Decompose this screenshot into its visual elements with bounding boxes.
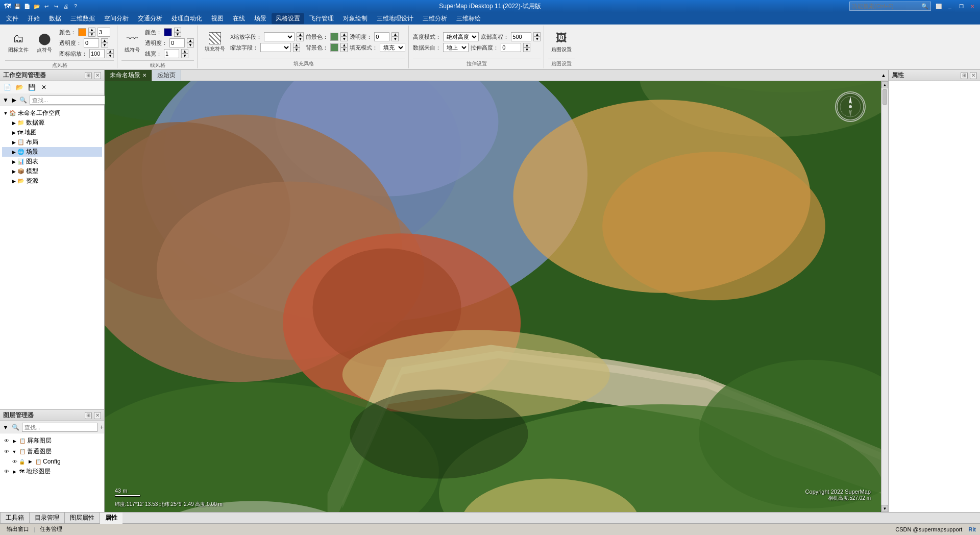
output-window-btn[interactable]: 输出窗口 (4, 525, 32, 533)
menu-spatial-analysis[interactable]: 空间分析 (100, 13, 133, 24)
restore-btn[interactable]: ❐ (958, 3, 965, 10)
x-scale-down[interactable]: ▼ (297, 37, 304, 41)
scale-down-btn[interactable]: ▼ (107, 54, 114, 58)
menu-traffic[interactable]: 交通分析 (134, 13, 166, 24)
tab-scene[interactable]: 未命名场景 ✕ (105, 70, 152, 81)
menu-draw[interactable]: 对象绘制 (339, 13, 372, 24)
point-opacity-input[interactable] (84, 38, 99, 47)
save-workspace-btn[interactable]: 💾 (27, 82, 37, 92)
layer-expand-btn[interactable]: ▼ (2, 422, 9, 432)
x-scale-select[interactable] (264, 32, 295, 41)
stretch-height-input[interactable] (501, 43, 521, 52)
menu-scene[interactable]: 场景 (250, 13, 271, 24)
tab-scroll-up[interactable]: ▲ (879, 72, 888, 78)
line-opacity-down[interactable]: ▼ (187, 43, 194, 47)
layer-add-btn[interactable]: + (100, 422, 104, 432)
open-workspace-btn[interactable]: 📂 (14, 82, 24, 92)
menu-3d-design[interactable]: 三维地理设计 (373, 13, 418, 24)
height-mode-select[interactable]: 绝对高度 (443, 32, 479, 41)
prop-pin-btn[interactable]: ⊞ (961, 72, 968, 79)
point-symbol-btn[interactable]: ⬤ 点符号 (34, 30, 55, 56)
tab-start[interactable]: 起始页 (152, 70, 181, 81)
fg-up[interactable]: ▲ (340, 32, 348, 37)
menu-3d-analysis[interactable]: 三维分析 (419, 13, 451, 24)
close-workspace-btn[interactable]: ✕ (39, 82, 49, 92)
expand-scene[interactable]: ▶ (10, 149, 17, 156)
scale-field-select[interactable] (260, 43, 291, 52)
menu-flight[interactable]: 飞行管理 (305, 13, 338, 24)
eye-icon-config[interactable]: 👁 (12, 459, 17, 465)
data-from-select[interactable]: 地上 (443, 43, 469, 52)
layer-item-config[interactable]: 👁 🔒 ▶ 📋 Config (2, 457, 102, 466)
ws-expand-btn[interactable]: ▼ (2, 95, 9, 105)
line-width-down[interactable]: ▼ (181, 54, 188, 58)
menu-start[interactable]: 开始 (23, 13, 44, 24)
fill-op-down[interactable]: ▼ (391, 37, 399, 41)
sh-up[interactable]: ▲ (523, 43, 530, 47)
tree-item-scene[interactable]: ▶ 🌐 场景 (2, 147, 102, 157)
help-quick-btn[interactable]: ? (71, 2, 80, 10)
scroll-down-arrow[interactable]: ▼ (881, 505, 888, 512)
sh-down[interactable]: ▼ (523, 47, 530, 52)
new-workspace-btn[interactable]: 📄 (2, 82, 12, 92)
tree-item-resource[interactable]: ▶ 📂 资源 (2, 176, 102, 186)
color-down-btn[interactable]: ▼ (88, 32, 95, 37)
tab-attributes[interactable]: 属性 (100, 513, 122, 524)
expand-config[interactable]: ▶ (27, 458, 34, 465)
bg-down[interactable]: ▼ (340, 47, 348, 52)
eye-icon-screen[interactable]: 👁 (4, 438, 9, 444)
color-up-btn[interactable]: ▲ (88, 28, 95, 32)
line-width-up[interactable]: ▲ (181, 49, 188, 54)
tree-item-map[interactable]: ▶ 🗺 地图 (2, 128, 102, 137)
workspace-search-input[interactable] (30, 95, 105, 105)
texture-settings-btn[interactable]: 🖼 贴图设置 (548, 30, 575, 55)
new-quick-btn[interactable]: 📄 (23, 2, 31, 10)
menu-style[interactable]: 风格设置 (272, 13, 304, 24)
scroll-thumb[interactable] (883, 89, 887, 105)
open-quick-btn[interactable]: 📂 (33, 2, 41, 10)
line-symbol-btn[interactable]: 〰 线符号 (121, 30, 143, 56)
expand-map[interactable]: ▶ (10, 129, 17, 136)
bg-up[interactable]: ▲ (340, 43, 348, 47)
undo-quick-btn[interactable]: ↩ (42, 2, 51, 10)
minimize-btn[interactable]: _ (946, 3, 953, 10)
viewport-scrollbar[interactable]: ▲ ▼ (881, 81, 888, 512)
scale-field-up[interactable]: ▲ (293, 43, 300, 47)
search-box-top[interactable]: 🔍 (849, 2, 931, 11)
x-scale-up[interactable]: ▲ (297, 32, 304, 37)
tree-item-datasource[interactable]: ▶ 📁 数据源 (2, 118, 102, 128)
close-btn[interactable]: ✕ (969, 3, 976, 10)
fg-color-box[interactable] (330, 33, 338, 41)
menu-file[interactable]: 文件 (2, 13, 22, 24)
fill-mode-select[interactable]: 填充 (380, 43, 405, 52)
layer-item-screen[interactable]: 👁 ▶ 📋 屏幕图层 (2, 435, 102, 446)
opacity-down-btn[interactable]: ▼ (101, 43, 108, 47)
layer-item-normal[interactable]: 👁 ▼ 📋 普通图层 (2, 446, 102, 457)
layer-pin-btn[interactable]: ⊞ (85, 412, 92, 419)
bottom-height-input[interactable] (511, 32, 531, 41)
layer-item-terrain[interactable]: 👁 ▶ 🗺 地形图层 (2, 466, 102, 477)
point-color-box[interactable] (78, 28, 86, 36)
eye-icon-terrain[interactable]: 👁 (4, 469, 9, 474)
fill-symbol-btn[interactable]: 填充符号 (202, 30, 228, 55)
menu-online[interactable]: 在线 (229, 13, 249, 24)
opacity-up-btn[interactable]: ▲ (101, 38, 108, 43)
line-width-input[interactable] (164, 49, 179, 58)
tab-toolbox[interactable]: 工具箱 (0, 513, 29, 524)
tree-item-model[interactable]: ▶ 📦 模型 (2, 166, 102, 176)
menu-3d-mark[interactable]: 三维标绘 (452, 13, 485, 24)
scale-field-down[interactable]: ▼ (293, 47, 300, 52)
expand-screen-layer[interactable]: ▶ (11, 437, 18, 445)
tab-scene-close[interactable]: ✕ (142, 72, 146, 78)
print-quick-btn[interactable]: 🖨 (62, 2, 70, 10)
line-color-up[interactable]: ▲ (174, 28, 181, 32)
scale-up-btn[interactable]: ▲ (107, 49, 114, 54)
tree-item-workspace[interactable]: ▼ 🏠 未命名工作空间 (2, 108, 102, 118)
workspace-pin-btn[interactable]: ⊞ (85, 72, 92, 79)
menu-view[interactable]: 视图 (207, 13, 228, 24)
compass[interactable] (835, 91, 866, 122)
expand-chart[interactable]: ▶ (10, 158, 17, 165)
terrain-scene[interactable]: 43 m Copyright 2022 SuperMap 相机高度:527.02… (105, 81, 881, 512)
bh-up[interactable]: ▲ (533, 32, 541, 37)
save-quick-btn[interactable]: 💾 (13, 2, 21, 10)
